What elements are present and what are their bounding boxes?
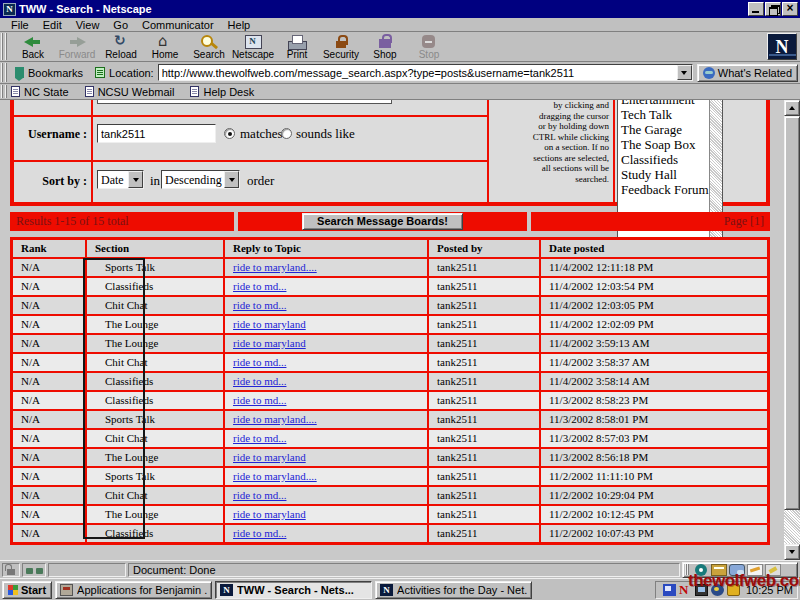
- matches-radio[interactable]: [224, 128, 235, 139]
- chevron-down-icon: [133, 178, 139, 182]
- cell-rank: N/A: [13, 259, 85, 276]
- menu-communicator[interactable]: Communicator: [135, 19, 221, 31]
- cell-posted-by: tank2511: [429, 335, 539, 352]
- toolbar-button-search[interactable]: Search: [187, 32, 231, 61]
- forward-arrow-icon: [66, 34, 88, 49]
- cell-topic: ride to maryland....: [225, 411, 427, 428]
- section-option-the-garage[interactable]: The Garage: [618, 122, 709, 137]
- section-option-classifieds[interactable]: Classifieds: [618, 152, 709, 167]
- toolbar-button-forward: Forward: [55, 32, 99, 61]
- section-option-the-soap-box[interactable]: The Soap Box: [618, 137, 709, 152]
- scrollbar-thumb[interactable]: [784, 116, 800, 510]
- sort-field-dropdown-button[interactable]: [128, 171, 143, 188]
- page-indicator: Page [1]: [718, 214, 770, 229]
- application-icon: [60, 584, 73, 596]
- printer-icon: [286, 34, 308, 49]
- topic-link[interactable]: ride to maryland: [233, 451, 306, 463]
- desktop: N TWW - Search - Netscape FileEditViewGo…: [0, 0, 800, 600]
- topic-link[interactable]: ride to md...: [233, 280, 286, 292]
- cell-rank: N/A: [13, 354, 85, 371]
- menu-file[interactable]: File: [4, 19, 36, 31]
- menu-bar: FileEditViewGoCommunicatorHelp: [0, 18, 800, 32]
- section-option-entertainment[interactable]: Entertainment: [618, 100, 709, 107]
- toolbar-button-back[interactable]: Back: [11, 32, 55, 61]
- personal-toolbar: NC StateNCSU WebmailHelp Desk: [0, 84, 800, 100]
- topic-link[interactable]: ride to md...: [233, 489, 286, 501]
- topic-link[interactable]: ride to md...: [233, 375, 286, 387]
- order-label: order: [247, 173, 274, 189]
- toolbar-button-home[interactable]: Home: [143, 32, 187, 61]
- toolbar-button-reload[interactable]: Reload: [99, 32, 143, 61]
- topic-link[interactable]: ride to maryland: [233, 337, 306, 349]
- menu-go[interactable]: Go: [106, 19, 135, 31]
- cell-rank: N/A: [13, 430, 85, 447]
- sort-field-select[interactable]: Date: [97, 170, 144, 189]
- cell-rank: N/A: [13, 487, 85, 504]
- url-input[interactable]: [159, 65, 677, 80]
- cell-rank: N/A: [13, 506, 85, 523]
- toolbar-button-security[interactable]: Security: [319, 32, 363, 61]
- bookmark-item-help-desk[interactable]: Help Desk: [190, 86, 254, 98]
- start-button[interactable]: Start: [2, 581, 52, 599]
- close-button[interactable]: [782, 2, 798, 16]
- section-option-study-hall[interactable]: Study Hall: [618, 167, 709, 182]
- results-summary-cell: Results 1-15 of 15 total: [10, 212, 234, 231]
- vertical-scrollbar[interactable]: [784, 100, 800, 560]
- cell-topic: ride to md...: [225, 373, 427, 390]
- task-button-activities-for-the-day-net[interactable]: Activities for the Day - Net...: [375, 581, 532, 599]
- menu-help[interactable]: Help: [221, 19, 258, 31]
- topic-link[interactable]: ride to maryland: [233, 508, 306, 520]
- netscape-logo-icon[interactable]: N: [767, 33, 797, 60]
- section-option-tech-talk[interactable]: Tech Talk: [618, 107, 709, 122]
- page-proxy-icon[interactable]: [95, 67, 105, 78]
- security-status-button[interactable]: [2, 563, 20, 577]
- topic-link[interactable]: ride to md...: [233, 394, 286, 406]
- column-header-date-posted: Date posted: [541, 240, 767, 257]
- topic-link[interactable]: ride to maryland....: [233, 261, 317, 273]
- page-icon: [190, 86, 199, 97]
- menu-view[interactable]: View: [69, 19, 107, 31]
- url-dropdown-button[interactable]: [677, 65, 692, 80]
- scroll-down-icon[interactable]: [784, 544, 800, 560]
- form-divider-sections: [613, 100, 615, 202]
- username-input[interactable]: [97, 124, 216, 143]
- toolbar-button-print[interactable]: Print: [275, 32, 319, 61]
- task-button-applications-for-benjamin[interactable]: Applications for Benjamin ...: [55, 581, 212, 599]
- results-bar: Results 1-15 of 15 total Search Message …: [10, 212, 770, 231]
- topic-link[interactable]: ride to maryland....: [233, 413, 317, 425]
- menu-edit[interactable]: Edit: [36, 19, 69, 31]
- task-button-tww-search-nets[interactable]: TWW - Search - Nets...: [215, 581, 372, 599]
- toolbar-gripper[interactable]: [1, 33, 9, 60]
- column-header-reply-to-topic: Reply to Topic: [225, 240, 427, 257]
- search-message-boards-button[interactable]: Search Message Boards!: [302, 213, 463, 230]
- scroll-up-icon[interactable]: [784, 100, 800, 116]
- topic-link[interactable]: ride to md...: [233, 527, 286, 539]
- minimize-button[interactable]: [748, 2, 764, 16]
- topic-link[interactable]: ride to md...: [233, 432, 286, 444]
- cell-date-posted: 11/4/2002 3:59:13 AM: [541, 335, 767, 352]
- flag-tray-icon[interactable]: [663, 584, 676, 596]
- sounds-like-radio[interactable]: [281, 128, 292, 139]
- sort-direction-select[interactable]: Descending: [161, 170, 240, 189]
- sort-direction-dropdown-button[interactable]: [224, 171, 239, 188]
- topic-link[interactable]: ride to maryland....: [233, 470, 317, 482]
- bookmark-item-ncsu-webmail[interactable]: NCSU Webmail: [85, 86, 175, 98]
- location-label-chip: Location:: [87, 67, 158, 79]
- topic-link[interactable]: ride to md...: [233, 299, 286, 311]
- location-toolbar: Bookmarks Location: What's Related: [0, 62, 800, 84]
- personal-bar-gripper[interactable]: [1, 85, 9, 98]
- topic-link[interactable]: ride to md...: [233, 356, 286, 368]
- watermark: thewolfweb.com: [688, 571, 800, 591]
- restore-button[interactable]: [765, 2, 781, 16]
- section-option-feedback-forum[interactable]: Feedback Forum: [618, 182, 709, 197]
- location-bar-gripper[interactable]: [1, 63, 9, 82]
- bookmark-item-nc-state[interactable]: NC State: [11, 86, 69, 98]
- toolbar-button-netscape[interactable]: Netscape: [231, 32, 275, 61]
- sections-options: EntertainmentTech TalkThe GarageThe Soap…: [618, 100, 709, 197]
- bookmarks-menu-button[interactable]: Bookmarks: [11, 67, 87, 79]
- topic-link[interactable]: ride to maryland: [233, 318, 306, 330]
- toolbar-button-shop[interactable]: Shop: [363, 32, 407, 61]
- whats-related-button[interactable]: What's Related: [697, 64, 798, 82]
- column-header-posted-by: Posted by: [429, 240, 539, 257]
- keywords-input-partial[interactable]: [97, 100, 392, 104]
